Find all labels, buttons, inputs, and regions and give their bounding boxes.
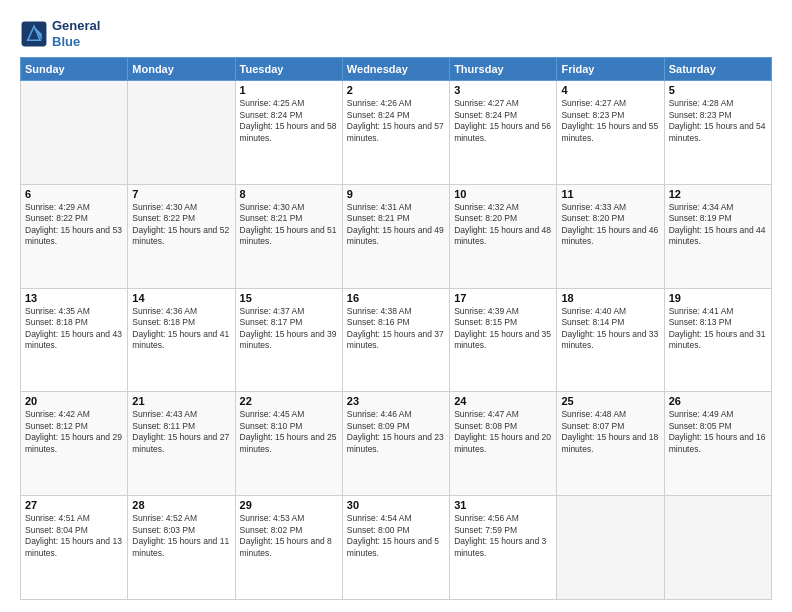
calendar-cell: 12Sunrise: 4:34 AM Sunset: 8:19 PM Dayli… <box>664 184 771 288</box>
calendar-header: SundayMondayTuesdayWednesdayThursdayFrid… <box>21 58 772 81</box>
day-info: Sunrise: 4:30 AM Sunset: 8:21 PM Dayligh… <box>240 202 338 248</box>
day-number: 16 <box>347 292 445 304</box>
day-info: Sunrise: 4:39 AM Sunset: 8:15 PM Dayligh… <box>454 306 552 352</box>
calendar-cell: 8Sunrise: 4:30 AM Sunset: 8:21 PM Daylig… <box>235 184 342 288</box>
weekday-header-wednesday: Wednesday <box>342 58 449 81</box>
logo-text-line1: General <box>52 18 100 34</box>
day-number: 18 <box>561 292 659 304</box>
logo-text-line2: Blue <box>52 34 100 50</box>
day-number: 20 <box>25 395 123 407</box>
calendar-cell: 18Sunrise: 4:40 AM Sunset: 8:14 PM Dayli… <box>557 288 664 392</box>
day-number: 17 <box>454 292 552 304</box>
day-info: Sunrise: 4:41 AM Sunset: 8:13 PM Dayligh… <box>669 306 767 352</box>
calendar-cell: 13Sunrise: 4:35 AM Sunset: 8:18 PM Dayli… <box>21 288 128 392</box>
weekday-header-monday: Monday <box>128 58 235 81</box>
day-info: Sunrise: 4:43 AM Sunset: 8:11 PM Dayligh… <box>132 409 230 455</box>
page: General Blue SundayMondayTuesdayWednesda… <box>0 0 792 612</box>
day-number: 6 <box>25 188 123 200</box>
day-info: Sunrise: 4:26 AM Sunset: 8:24 PM Dayligh… <box>347 98 445 144</box>
day-number: 10 <box>454 188 552 200</box>
day-info: Sunrise: 4:27 AM Sunset: 8:23 PM Dayligh… <box>561 98 659 144</box>
calendar-cell: 7Sunrise: 4:30 AM Sunset: 8:22 PM Daylig… <box>128 184 235 288</box>
calendar-cell: 6Sunrise: 4:29 AM Sunset: 8:22 PM Daylig… <box>21 184 128 288</box>
calendar-cell: 5Sunrise: 4:28 AM Sunset: 8:23 PM Daylig… <box>664 81 771 185</box>
day-info: Sunrise: 4:25 AM Sunset: 8:24 PM Dayligh… <box>240 98 338 144</box>
day-number: 31 <box>454 499 552 511</box>
day-info: Sunrise: 4:29 AM Sunset: 8:22 PM Dayligh… <box>25 202 123 248</box>
day-number: 15 <box>240 292 338 304</box>
calendar-cell: 29Sunrise: 4:53 AM Sunset: 8:02 PM Dayli… <box>235 496 342 600</box>
day-number: 13 <box>25 292 123 304</box>
calendar-cell <box>557 496 664 600</box>
day-info: Sunrise: 4:27 AM Sunset: 8:24 PM Dayligh… <box>454 98 552 144</box>
day-number: 19 <box>669 292 767 304</box>
weekday-header-saturday: Saturday <box>664 58 771 81</box>
day-info: Sunrise: 4:47 AM Sunset: 8:08 PM Dayligh… <box>454 409 552 455</box>
day-info: Sunrise: 4:46 AM Sunset: 8:09 PM Dayligh… <box>347 409 445 455</box>
day-number: 27 <box>25 499 123 511</box>
day-number: 8 <box>240 188 338 200</box>
day-number: 9 <box>347 188 445 200</box>
day-info: Sunrise: 4:49 AM Sunset: 8:05 PM Dayligh… <box>669 409 767 455</box>
calendar-cell: 16Sunrise: 4:38 AM Sunset: 8:16 PM Dayli… <box>342 288 449 392</box>
calendar-cell: 14Sunrise: 4:36 AM Sunset: 8:18 PM Dayli… <box>128 288 235 392</box>
day-number: 4 <box>561 84 659 96</box>
day-info: Sunrise: 4:34 AM Sunset: 8:19 PM Dayligh… <box>669 202 767 248</box>
calendar-cell: 1Sunrise: 4:25 AM Sunset: 8:24 PM Daylig… <box>235 81 342 185</box>
day-number: 7 <box>132 188 230 200</box>
calendar-cell: 20Sunrise: 4:42 AM Sunset: 8:12 PM Dayli… <box>21 392 128 496</box>
day-number: 21 <box>132 395 230 407</box>
day-info: Sunrise: 4:56 AM Sunset: 7:59 PM Dayligh… <box>454 513 552 559</box>
week-row-3: 13Sunrise: 4:35 AM Sunset: 8:18 PM Dayli… <box>21 288 772 392</box>
day-number: 1 <box>240 84 338 96</box>
calendar-table: SundayMondayTuesdayWednesdayThursdayFrid… <box>20 57 772 600</box>
day-info: Sunrise: 4:31 AM Sunset: 8:21 PM Dayligh… <box>347 202 445 248</box>
logo-icon <box>20 20 48 48</box>
week-row-1: 1Sunrise: 4:25 AM Sunset: 8:24 PM Daylig… <box>21 81 772 185</box>
day-number: 22 <box>240 395 338 407</box>
weekday-header-friday: Friday <box>557 58 664 81</box>
day-number: 14 <box>132 292 230 304</box>
day-info: Sunrise: 4:32 AM Sunset: 8:20 PM Dayligh… <box>454 202 552 248</box>
day-number: 12 <box>669 188 767 200</box>
day-number: 11 <box>561 188 659 200</box>
header: General Blue <box>20 18 772 49</box>
calendar-cell: 24Sunrise: 4:47 AM Sunset: 8:08 PM Dayli… <box>450 392 557 496</box>
calendar-cell <box>128 81 235 185</box>
day-info: Sunrise: 4:51 AM Sunset: 8:04 PM Dayligh… <box>25 513 123 559</box>
day-number: 25 <box>561 395 659 407</box>
calendar-cell: 4Sunrise: 4:27 AM Sunset: 8:23 PM Daylig… <box>557 81 664 185</box>
calendar-cell: 21Sunrise: 4:43 AM Sunset: 8:11 PM Dayli… <box>128 392 235 496</box>
calendar-cell: 27Sunrise: 4:51 AM Sunset: 8:04 PM Dayli… <box>21 496 128 600</box>
day-info: Sunrise: 4:54 AM Sunset: 8:00 PM Dayligh… <box>347 513 445 559</box>
day-number: 23 <box>347 395 445 407</box>
day-number: 29 <box>240 499 338 511</box>
day-number: 2 <box>347 84 445 96</box>
week-row-2: 6Sunrise: 4:29 AM Sunset: 8:22 PM Daylig… <box>21 184 772 288</box>
calendar-cell: 2Sunrise: 4:26 AM Sunset: 8:24 PM Daylig… <box>342 81 449 185</box>
week-row-4: 20Sunrise: 4:42 AM Sunset: 8:12 PM Dayli… <box>21 392 772 496</box>
calendar-cell <box>21 81 128 185</box>
weekday-header-sunday: Sunday <box>21 58 128 81</box>
calendar-cell: 19Sunrise: 4:41 AM Sunset: 8:13 PM Dayli… <box>664 288 771 392</box>
day-number: 26 <box>669 395 767 407</box>
day-info: Sunrise: 4:53 AM Sunset: 8:02 PM Dayligh… <box>240 513 338 559</box>
logo: General Blue <box>20 18 100 49</box>
day-info: Sunrise: 4:40 AM Sunset: 8:14 PM Dayligh… <box>561 306 659 352</box>
calendar-cell: 30Sunrise: 4:54 AM Sunset: 8:00 PM Dayli… <box>342 496 449 600</box>
day-info: Sunrise: 4:28 AM Sunset: 8:23 PM Dayligh… <box>669 98 767 144</box>
calendar-cell: 25Sunrise: 4:48 AM Sunset: 8:07 PM Dayli… <box>557 392 664 496</box>
calendar-cell: 9Sunrise: 4:31 AM Sunset: 8:21 PM Daylig… <box>342 184 449 288</box>
day-info: Sunrise: 4:52 AM Sunset: 8:03 PM Dayligh… <box>132 513 230 559</box>
day-info: Sunrise: 4:30 AM Sunset: 8:22 PM Dayligh… <box>132 202 230 248</box>
day-info: Sunrise: 4:42 AM Sunset: 8:12 PM Dayligh… <box>25 409 123 455</box>
calendar-cell: 11Sunrise: 4:33 AM Sunset: 8:20 PM Dayli… <box>557 184 664 288</box>
calendar-body: 1Sunrise: 4:25 AM Sunset: 8:24 PM Daylig… <box>21 81 772 600</box>
day-info: Sunrise: 4:48 AM Sunset: 8:07 PM Dayligh… <box>561 409 659 455</box>
day-info: Sunrise: 4:45 AM Sunset: 8:10 PM Dayligh… <box>240 409 338 455</box>
calendar-cell: 31Sunrise: 4:56 AM Sunset: 7:59 PM Dayli… <box>450 496 557 600</box>
day-number: 28 <box>132 499 230 511</box>
calendar-cell: 10Sunrise: 4:32 AM Sunset: 8:20 PM Dayli… <box>450 184 557 288</box>
calendar-cell: 17Sunrise: 4:39 AM Sunset: 8:15 PM Dayli… <box>450 288 557 392</box>
day-number: 24 <box>454 395 552 407</box>
